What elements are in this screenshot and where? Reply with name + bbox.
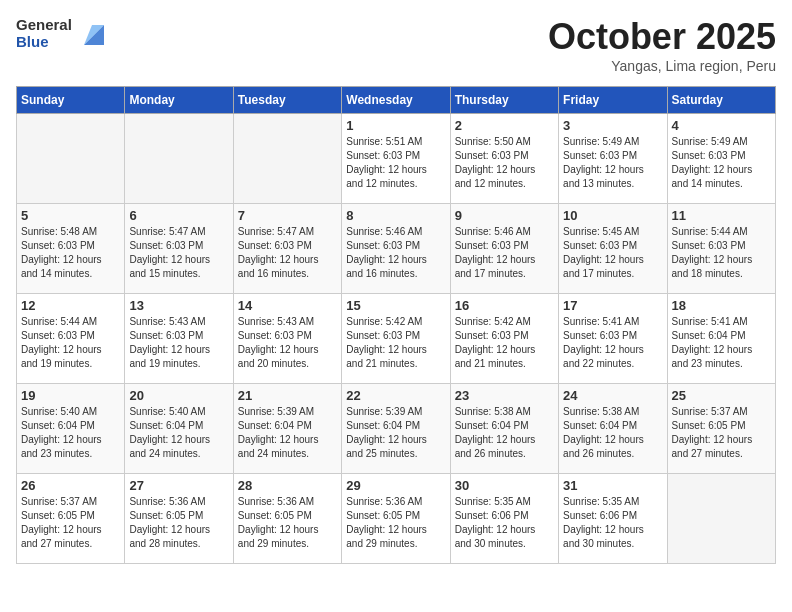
day-number: 22 [346, 388, 445, 403]
calendar-cell [667, 474, 775, 564]
day-info: Sunrise: 5:38 AM Sunset: 6:04 PM Dayligh… [563, 405, 662, 461]
calendar-cell: 20Sunrise: 5:40 AM Sunset: 6:04 PM Dayli… [125, 384, 233, 474]
location: Yangas, Lima region, Peru [548, 58, 776, 74]
day-number: 24 [563, 388, 662, 403]
calendar-cell: 19Sunrise: 5:40 AM Sunset: 6:04 PM Dayli… [17, 384, 125, 474]
calendar-cell: 30Sunrise: 5:35 AM Sunset: 6:06 PM Dayli… [450, 474, 558, 564]
calendar-cell: 15Sunrise: 5:42 AM Sunset: 6:03 PM Dayli… [342, 294, 450, 384]
calendar-cell: 8Sunrise: 5:46 AM Sunset: 6:03 PM Daylig… [342, 204, 450, 294]
calendar-cell [233, 114, 341, 204]
day-number: 23 [455, 388, 554, 403]
day-number: 10 [563, 208, 662, 223]
calendar-cell: 2Sunrise: 5:50 AM Sunset: 6:03 PM Daylig… [450, 114, 558, 204]
calendar-cell: 28Sunrise: 5:36 AM Sunset: 6:05 PM Dayli… [233, 474, 341, 564]
logo-blue: Blue [16, 33, 72, 50]
calendar-header-row: SundayMondayTuesdayWednesdayThursdayFrid… [17, 87, 776, 114]
day-of-week-header: Wednesday [342, 87, 450, 114]
calendar-table: SundayMondayTuesdayWednesdayThursdayFrid… [16, 86, 776, 564]
day-number: 8 [346, 208, 445, 223]
logo: General Blue [16, 16, 108, 50]
calendar-week-row: 5Sunrise: 5:48 AM Sunset: 6:03 PM Daylig… [17, 204, 776, 294]
day-number: 2 [455, 118, 554, 133]
logo-general: General [16, 16, 72, 33]
day-of-week-header: Thursday [450, 87, 558, 114]
day-number: 1 [346, 118, 445, 133]
day-info: Sunrise: 5:41 AM Sunset: 6:04 PM Dayligh… [672, 315, 771, 371]
calendar-cell: 3Sunrise: 5:49 AM Sunset: 6:03 PM Daylig… [559, 114, 667, 204]
day-number: 7 [238, 208, 337, 223]
day-number: 19 [21, 388, 120, 403]
day-number: 16 [455, 298, 554, 313]
day-info: Sunrise: 5:45 AM Sunset: 6:03 PM Dayligh… [563, 225, 662, 281]
day-number: 28 [238, 478, 337, 493]
day-info: Sunrise: 5:42 AM Sunset: 6:03 PM Dayligh… [455, 315, 554, 371]
day-number: 9 [455, 208, 554, 223]
day-number: 20 [129, 388, 228, 403]
logo-icon [76, 17, 108, 49]
day-info: Sunrise: 5:40 AM Sunset: 6:04 PM Dayligh… [129, 405, 228, 461]
calendar-cell: 24Sunrise: 5:38 AM Sunset: 6:04 PM Dayli… [559, 384, 667, 474]
day-info: Sunrise: 5:41 AM Sunset: 6:03 PM Dayligh… [563, 315, 662, 371]
day-info: Sunrise: 5:47 AM Sunset: 6:03 PM Dayligh… [129, 225, 228, 281]
page-header: General Blue October 2025 Yangas, Lima r… [16, 16, 776, 74]
calendar-cell: 4Sunrise: 5:49 AM Sunset: 6:03 PM Daylig… [667, 114, 775, 204]
day-info: Sunrise: 5:39 AM Sunset: 6:04 PM Dayligh… [346, 405, 445, 461]
day-of-week-header: Friday [559, 87, 667, 114]
day-info: Sunrise: 5:44 AM Sunset: 6:03 PM Dayligh… [21, 315, 120, 371]
day-number: 14 [238, 298, 337, 313]
day-number: 6 [129, 208, 228, 223]
calendar-cell: 26Sunrise: 5:37 AM Sunset: 6:05 PM Dayli… [17, 474, 125, 564]
calendar-cell: 31Sunrise: 5:35 AM Sunset: 6:06 PM Dayli… [559, 474, 667, 564]
calendar-cell: 6Sunrise: 5:47 AM Sunset: 6:03 PM Daylig… [125, 204, 233, 294]
calendar-cell: 27Sunrise: 5:36 AM Sunset: 6:05 PM Dayli… [125, 474, 233, 564]
day-of-week-header: Sunday [17, 87, 125, 114]
day-info: Sunrise: 5:48 AM Sunset: 6:03 PM Dayligh… [21, 225, 120, 281]
day-number: 26 [21, 478, 120, 493]
calendar-cell: 11Sunrise: 5:44 AM Sunset: 6:03 PM Dayli… [667, 204, 775, 294]
day-info: Sunrise: 5:49 AM Sunset: 6:03 PM Dayligh… [672, 135, 771, 191]
calendar-cell: 10Sunrise: 5:45 AM Sunset: 6:03 PM Dayli… [559, 204, 667, 294]
day-info: Sunrise: 5:44 AM Sunset: 6:03 PM Dayligh… [672, 225, 771, 281]
day-info: Sunrise: 5:43 AM Sunset: 6:03 PM Dayligh… [129, 315, 228, 371]
day-info: Sunrise: 5:39 AM Sunset: 6:04 PM Dayligh… [238, 405, 337, 461]
calendar-cell: 29Sunrise: 5:36 AM Sunset: 6:05 PM Dayli… [342, 474, 450, 564]
day-info: Sunrise: 5:47 AM Sunset: 6:03 PM Dayligh… [238, 225, 337, 281]
day-number: 31 [563, 478, 662, 493]
day-info: Sunrise: 5:38 AM Sunset: 6:04 PM Dayligh… [455, 405, 554, 461]
day-number: 5 [21, 208, 120, 223]
calendar-cell: 25Sunrise: 5:37 AM Sunset: 6:05 PM Dayli… [667, 384, 775, 474]
day-number: 11 [672, 208, 771, 223]
day-number: 25 [672, 388, 771, 403]
day-info: Sunrise: 5:35 AM Sunset: 6:06 PM Dayligh… [455, 495, 554, 551]
day-info: Sunrise: 5:50 AM Sunset: 6:03 PM Dayligh… [455, 135, 554, 191]
day-of-week-header: Tuesday [233, 87, 341, 114]
day-number: 29 [346, 478, 445, 493]
calendar-cell: 23Sunrise: 5:38 AM Sunset: 6:04 PM Dayli… [450, 384, 558, 474]
day-number: 13 [129, 298, 228, 313]
calendar-cell: 5Sunrise: 5:48 AM Sunset: 6:03 PM Daylig… [17, 204, 125, 294]
day-number: 30 [455, 478, 554, 493]
calendar-week-row: 12Sunrise: 5:44 AM Sunset: 6:03 PM Dayli… [17, 294, 776, 384]
calendar-week-row: 26Sunrise: 5:37 AM Sunset: 6:05 PM Dayli… [17, 474, 776, 564]
calendar-cell [125, 114, 233, 204]
calendar-cell: 9Sunrise: 5:46 AM Sunset: 6:03 PM Daylig… [450, 204, 558, 294]
day-info: Sunrise: 5:51 AM Sunset: 6:03 PM Dayligh… [346, 135, 445, 191]
calendar-cell: 1Sunrise: 5:51 AM Sunset: 6:03 PM Daylig… [342, 114, 450, 204]
day-number: 27 [129, 478, 228, 493]
calendar-cell: 7Sunrise: 5:47 AM Sunset: 6:03 PM Daylig… [233, 204, 341, 294]
calendar-cell: 18Sunrise: 5:41 AM Sunset: 6:04 PM Dayli… [667, 294, 775, 384]
day-number: 4 [672, 118, 771, 133]
day-info: Sunrise: 5:36 AM Sunset: 6:05 PM Dayligh… [346, 495, 445, 551]
day-info: Sunrise: 5:42 AM Sunset: 6:03 PM Dayligh… [346, 315, 445, 371]
day-info: Sunrise: 5:49 AM Sunset: 6:03 PM Dayligh… [563, 135, 662, 191]
calendar-cell [17, 114, 125, 204]
calendar-cell: 12Sunrise: 5:44 AM Sunset: 6:03 PM Dayli… [17, 294, 125, 384]
month-title: October 2025 [548, 16, 776, 58]
title-block: October 2025 Yangas, Lima region, Peru [548, 16, 776, 74]
calendar-cell: 13Sunrise: 5:43 AM Sunset: 6:03 PM Dayli… [125, 294, 233, 384]
calendar-cell: 17Sunrise: 5:41 AM Sunset: 6:03 PM Dayli… [559, 294, 667, 384]
calendar-cell: 16Sunrise: 5:42 AM Sunset: 6:03 PM Dayli… [450, 294, 558, 384]
day-number: 21 [238, 388, 337, 403]
day-number: 12 [21, 298, 120, 313]
calendar-week-row: 19Sunrise: 5:40 AM Sunset: 6:04 PM Dayli… [17, 384, 776, 474]
